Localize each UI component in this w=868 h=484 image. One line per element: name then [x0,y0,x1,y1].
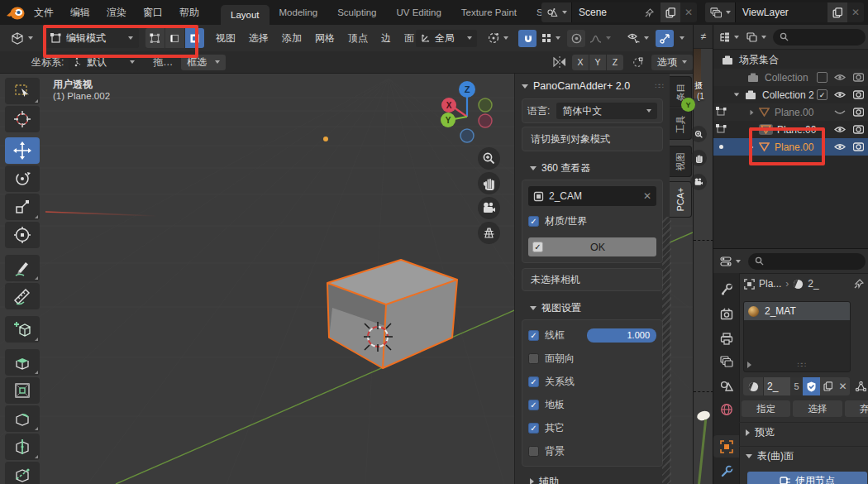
view-settings-header[interactable]: 视图设置 [522,298,663,318]
list-resize-handle[interactable]: ∷∷ [798,361,805,369]
tab-output[interactable] [713,328,739,350]
mirror-x-button[interactable]: X [572,55,589,70]
snap-base-button[interactable] [628,55,646,70]
surface-panel-header[interactable]: 表(曲)面 ∷∷ [739,446,868,466]
snap-target-button[interactable] [538,30,563,47]
pin-icon[interactable] [854,279,864,289]
toggle-row-other[interactable]: 其它 [528,419,656,436]
mirror-z-button[interactable]: Z [607,55,623,70]
tool-transform[interactable] [5,222,40,248]
new-scene-button[interactable] [661,2,680,22]
snap-toggle-button[interactable] [518,30,537,47]
tab-render[interactable] [713,303,739,325]
pivot-point-button[interactable] [484,30,512,47]
menu-face[interactable]: 面 [404,31,414,46]
collapsed-arrow-icon[interactable] [751,109,754,114]
viewer-section-header[interactable]: 360 查看器 [522,158,663,178]
camera-visibility-icon[interactable] [853,142,864,151]
camera-visibility-icon[interactable] [853,73,864,82]
delete-viewlayer-button[interactable]: ✕ [847,2,864,22]
tab-modeling[interactable]: Modeling [269,7,328,17]
gizmo-dropdown-button[interactable] [675,30,689,47]
secondary-viewport-strip[interactable]: ≠ 摄 (1 [693,25,713,484]
blender-logo-icon[interactable] [7,5,26,21]
strip-pan-button[interactable] [690,150,707,166]
camera-view-button[interactable] [478,197,500,219]
outliner-search-input[interactable] [773,29,866,46]
outliner-row-collection[interactable]: Collection [713,69,868,86]
tab-tool[interactable] [713,278,739,300]
outliner-row-scene-collection[interactable]: 场景集合 [713,51,868,69]
outliner-display-mode-button[interactable] [717,29,742,46]
tab-texture-paint[interactable]: Texture Paint [451,7,527,17]
pin-icon[interactable] [645,8,654,17]
material-world-checkbox[interactable] [528,216,539,227]
tool-annotate[interactable] [5,255,40,281]
ok-button[interactable]: OK [528,237,656,256]
ok-checkbox[interactable] [532,242,543,252]
falloff-dropdown-button[interactable] [587,30,613,47]
toggle-row-face-orientation[interactable]: 面朝向 [528,350,656,367]
menu-file[interactable]: 文件 [34,6,54,20]
material-slot-row[interactable]: 2_MAT [744,302,850,320]
face-orientation-checkbox[interactable] [528,353,539,364]
transform-orientation-select[interactable]: 全局 [416,30,477,47]
tab-uv-editing[interactable]: UV Editing [387,7,451,17]
gizmo-toggle-button[interactable] [656,30,674,47]
expand-arrow-icon[interactable] [747,362,751,368]
toggle-row-wireframe[interactable]: 线框 1.000 [528,327,656,343]
expand-arrow-icon[interactable] [734,93,739,97]
outliner-row-collection2[interactable]: Collection 2 ✓ [713,86,868,103]
tool-move[interactable] [5,137,40,164]
tool-knife[interactable] [5,462,40,484]
user-count-button[interactable]: 5 [790,377,803,395]
strip-header[interactable]: ≠ [694,25,713,49]
tab-object-active[interactable] [713,435,739,458]
gizmo-neg-y-ball[interactable] [479,98,492,112]
menu-view[interactable]: 视图 [216,31,236,46]
tab-layout[interactable]: Layout [221,5,269,25]
gizmo-neg-x-ball[interactable] [479,114,492,127]
sidebar-tab-tool[interactable]: 工具 [670,108,692,140]
tool-cursor[interactable] [5,106,40,132]
eye-icon[interactable] [834,91,846,98]
assign-button[interactable]: 指定 [742,400,790,417]
viewlayer-name-field[interactable]: ViewLayer [735,2,827,22]
zoom-view-button[interactable] [478,147,500,170]
toggle-row-relationship-lines[interactable]: 关系线 [528,373,656,390]
browse-material-button[interactable] [743,377,763,395]
eye-icon[interactable] [834,126,846,133]
sidebar-tab-view[interactable]: 视图 [670,146,692,177]
properties-search-input[interactable] [748,253,866,270]
eye-icon[interactable] [834,143,846,151]
tool-measure[interactable] [5,283,40,309]
menu-select[interactable]: 选择 [249,31,269,46]
camera-visibility-icon[interactable] [853,125,864,134]
perspective-toggle-button[interactable] [478,222,500,244]
outliner-row-plane-hidden[interactable]: Plane.00 [713,103,868,121]
unlink-button[interactable]: ✕ [836,377,850,395]
tab-world[interactable] [713,398,739,420]
strip-zoom-button[interactable] [690,126,707,142]
aux-section-header[interactable]: 辅助 [522,472,663,484]
background-checkbox[interactable] [528,446,539,457]
select-button[interactable]: 选择 [793,400,842,417]
tab-view-layer[interactable] [713,351,739,373]
use-nodes-button[interactable]: 使用节点 [747,472,867,484]
tab-scene[interactable] [713,375,739,397]
tool-loop-cut[interactable] [5,434,40,460]
material-slot-list[interactable]: 2_MAT ∷∷ [743,301,851,372]
wireframe-slider[interactable]: 1.000 [587,328,656,343]
tool-rotate[interactable] [5,165,40,192]
tool-select-box[interactable] [5,78,40,104]
scene-light-dot[interactable] [323,137,328,141]
camera-visibility-icon[interactable] [853,90,864,99]
pan-view-button[interactable] [478,172,500,194]
menu-help[interactable]: 帮助 [179,6,199,20]
wireframe-checkbox[interactable] [528,330,539,341]
other-checkbox[interactable] [528,423,539,434]
menu-edit[interactable]: 编辑 [70,6,90,20]
delete-scene-button[interactable]: ✕ [680,2,697,22]
new-viewlayer-button[interactable] [827,2,847,22]
preview-panel-header[interactable]: 预览 ∷∷ [739,422,868,442]
